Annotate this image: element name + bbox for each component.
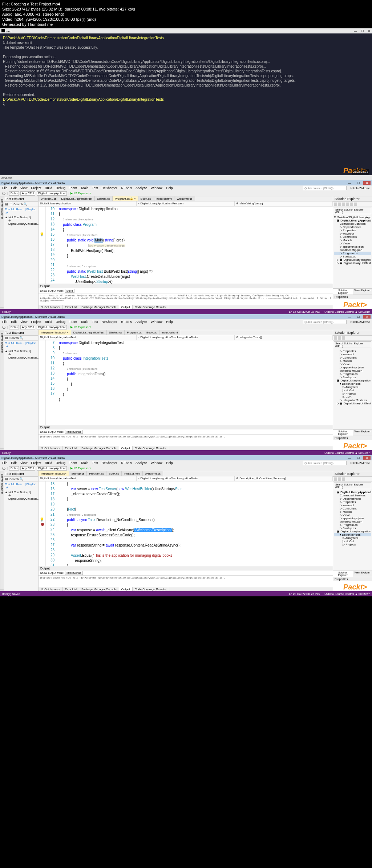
tree-item[interactable]: bundleconfig.json <box>334 369 371 372</box>
tree-item[interactable]: ▷ Analyzers <box>334 536 371 540</box>
menu-test[interactable]: Test <box>92 461 98 465</box>
tree-item[interactable]: ▷ Startup.cs <box>334 527 371 530</box>
sol-search-input[interactable]: Search Solution Explorer (Ctrl+;) <box>334 208 371 214</box>
output-text[interactable]: ------ Rebuild All started: Project: Dig… <box>39 293 333 305</box>
menu-build[interactable]: Build <box>45 186 52 190</box>
back-icon[interactable]: ◯ <box>2 325 5 329</box>
tree-item-selected[interactable]: ▷ Program.cs <box>334 252 371 255</box>
menu-analyze[interactable]: Analyze <box>136 320 147 324</box>
filter-icon[interactable]: ▤ <box>5 477 8 481</box>
tree-item[interactable]: ▷ Projects <box>334 392 371 395</box>
tree-item[interactable]: ▷ Views <box>334 363 371 366</box>
menu-edit[interactable]: Edit <box>11 320 17 324</box>
close-button[interactable]: ✕ <box>363 456 371 460</box>
menu-project[interactable]: Project <box>31 186 41 190</box>
tab-index[interactable]: Index.cshtml <box>159 330 181 335</box>
platform-combo[interactable]: Any CPU <box>20 191 35 196</box>
nav-class[interactable]: ⁃ DigitalLibraryApplication.Program <box>137 201 235 206</box>
tab-coverage[interactable]: Code Coverage Results <box>133 305 168 309</box>
quick-launch-input[interactable]: Quick Launch (Ctrl+Q) <box>303 186 347 190</box>
tree-item[interactable]: ▷ Program.cs <box>334 372 371 376</box>
tree-item[interactable]: ▷ Analyzers <box>334 385 371 389</box>
menu-test[interactable]: Test <box>92 186 98 190</box>
tab-errorlist[interactable]: Error List <box>63 446 79 450</box>
menu-debug[interactable]: Debug <box>56 320 65 324</box>
minimize-button[interactable]: — <box>346 456 353 460</box>
cmd-body[interactable]: D:\Packt\MVC TDD\Code\DemonstationCode\D… <box>0 33 372 175</box>
tree-item[interactable]: bundleconfig.json <box>334 248 371 252</box>
sol-tab[interactable]: Solution Explorer <box>333 288 353 295</box>
team-tab[interactable]: Team Explorer <box>353 288 372 295</box>
tree-project[interactable]: ▣ DigitalLibraryApplication <box>334 219 371 222</box>
tree-item[interactable]: ▷ Models <box>334 359 371 363</box>
te-test-item[interactable]: ⊘ DigitalLibraryUnitTests... <box>5 219 37 225</box>
tree-item[interactable]: ▷ Controllers <box>334 235 371 239</box>
menu-tools[interactable]: Tools <box>81 186 88 190</box>
tree-project[interactable]: ▣ DigitalLibraryApplication <box>334 491 371 494</box>
sol-search-input[interactable]: Search Solution Explorer (Ctrl+;) <box>334 341 371 348</box>
tree-item[interactable]: ▷ Projects <box>334 543 371 546</box>
menu-help[interactable]: Help <box>166 186 173 190</box>
menu-file[interactable]: File <box>2 320 8 324</box>
tab-welcome[interactable]: Welcome.cs <box>143 471 163 476</box>
te-test-item[interactable]: ⊘ DigitalLibraryUnitTests... <box>5 494 37 500</box>
menu-view[interactable]: View <box>20 461 27 465</box>
maximize-button[interactable]: ☐ <box>355 315 362 319</box>
minimize-icon[interactable]: — <box>354 29 357 33</box>
nav-method[interactable]: ⊙ IntegrationTests() <box>235 335 333 340</box>
tab-integration[interactable]: DigitalLibr...egrationTest <box>71 330 107 335</box>
menu-window[interactable]: Window <box>151 461 162 465</box>
menu-view[interactable]: View <box>20 186 27 190</box>
code-text[interactable]: { var server = new TestServer(new WebHos… <box>57 481 333 566</box>
tab-startup[interactable]: Startup.cs <box>107 330 125 335</box>
menu-rtools[interactable]: R Tools <box>121 461 132 465</box>
te-group[interactable]: ▲ Not Run Tests (1) <box>5 491 37 494</box>
output-source-combo[interactable]: IntelliSense <box>65 430 83 434</box>
tree-item[interactable]: ▷ Models <box>334 239 371 242</box>
tab-index[interactable]: Index.cshtml <box>122 471 143 476</box>
tree-item[interactable]: ▷ Program.cs <box>334 523 371 527</box>
tab-errorlist[interactable]: Error List <box>63 305 79 309</box>
tab-index[interactable]: Index.cshtml <box>153 196 174 201</box>
tab-pmc[interactable]: Package Manager Console <box>79 446 119 450</box>
tree-item[interactable]: ▷ NuGet <box>334 540 371 543</box>
tree-project[interactable]: ▣ DigitalLibraryIntegrationTest <box>334 530 371 533</box>
tab-output[interactable]: Output <box>119 305 133 309</box>
maximize-button[interactable]: ☐ <box>355 456 362 460</box>
output-text[interactable]: [Failure] Could not find file 'd:\Packt\… <box>39 576 333 587</box>
tab-program[interactable]: Program.cs 🔒 × <box>113 196 138 201</box>
te-run-links[interactable]: Run All | Run... | Playlist : A <box>4 341 38 349</box>
config-combo[interactable]: Debu <box>9 466 19 471</box>
tab-output[interactable]: Output <box>119 587 133 591</box>
tree-item[interactable]: ▷ Controllers <box>334 507 371 510</box>
tree-item[interactable]: ▷ Properties <box>334 349 371 353</box>
tree-item[interactable]: ▷ Startup.cs <box>334 376 371 379</box>
tab-nuget[interactable]: NuGet browser <box>39 446 63 450</box>
tree-item[interactable]: ▷ IntegrationTests.cs <box>334 399 371 402</box>
menu-build[interactable]: Build <box>45 320 52 324</box>
sol-tree[interactable]: ⊟ Solution 'DigitalLibraryApplication' ▣… <box>333 215 372 288</box>
tree-item[interactable]: ▷ Dependencies <box>334 497 371 500</box>
code-text[interactable]: namespace DigitalLibraryApplication { 0 … <box>57 207 333 284</box>
menu-tools[interactable]: Tools <box>81 461 88 465</box>
showall-icon[interactable] <box>346 203 349 206</box>
vs-titlebar[interactable]: DigitalLibraryApplication - Microsoft Vi… <box>0 455 372 460</box>
sol-tree[interactable]: ▷ Properties ▷ wwwroot ▷ Controllers ▷ M… <box>333 349 372 429</box>
menu-team[interactable]: Team <box>69 461 77 465</box>
close-button[interactable]: ✕ <box>363 181 371 185</box>
tree-item-selected[interactable]: ▾ Dependencies <box>334 533 371 536</box>
run-button[interactable]: ▶ IIS Express ▾ <box>70 467 90 470</box>
tab-welcome[interactable]: Welcome.cs <box>174 196 195 201</box>
tree-item[interactable]: Connected Services <box>334 222 371 225</box>
tab-book[interactable]: Book.cs <box>138 196 153 201</box>
output-source-combo[interactable]: Build <box>65 289 74 293</box>
filter-icon[interactable]: ▤ <box>5 203 8 206</box>
search-input[interactable]: Search 🔍 <box>13 203 27 206</box>
team-tab[interactable]: Team Explorer <box>353 571 372 577</box>
project-combo[interactable]: DigitalLibraryApplicat <box>37 191 67 196</box>
te-group[interactable]: ▲ Not Run Tests (1) <box>5 216 37 219</box>
close-icon[interactable]: ✕ <box>368 29 371 33</box>
group-icon[interactable]: ☷ <box>9 203 12 206</box>
tab-program[interactable]: Program.cs <box>87 471 106 476</box>
te-test-item[interactable]: ⊘ DigitalLibraryUnitTests... <box>5 353 37 359</box>
